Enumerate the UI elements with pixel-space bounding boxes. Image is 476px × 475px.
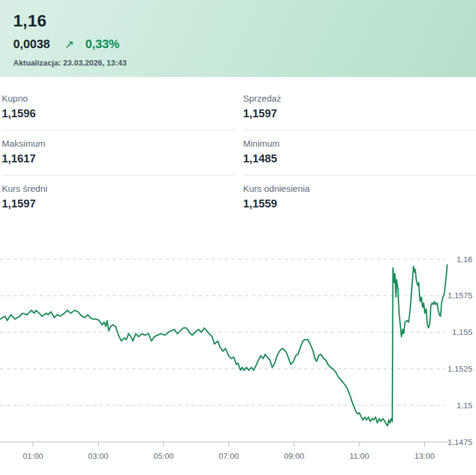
stat-cell-kupno: Kupno 1,1596 bbox=[2, 85, 235, 130]
last-update-text: Aktualizacja: 23.03.2026, 13:43 bbox=[13, 58, 463, 67]
y-axis-label: 1,16 bbox=[457, 255, 472, 264]
stat-cell-sprzedaz: Sprzedaż 1,1597 bbox=[243, 85, 476, 130]
rate-chart-plot[interactable]: 1,161,15751,1551,15251,151,147501:0003:0… bbox=[0, 249, 476, 474]
stat-label: Kurs średni bbox=[2, 183, 235, 194]
stat-label: Maksimum bbox=[2, 138, 235, 149]
x-axis-label: 07:00 bbox=[219, 452, 239, 461]
x-axis-label: 01:00 bbox=[23, 452, 43, 461]
stat-value: 1,1485 bbox=[243, 152, 476, 165]
stat-label: Sprzedaż bbox=[243, 93, 476, 104]
x-axis-label: 09:00 bbox=[284, 452, 304, 461]
stat-value: 1,1617 bbox=[2, 152, 235, 165]
current-rate: 1,16 bbox=[13, 11, 463, 30]
stat-value: 1,1596 bbox=[2, 107, 235, 120]
stat-cell-minimum: Minimum 1,1485 bbox=[243, 130, 476, 176]
y-axis-label: 1,15 bbox=[457, 401, 472, 410]
x-axis-label: 11:00 bbox=[350, 452, 370, 461]
x-axis-label: 05:00 bbox=[153, 452, 174, 461]
y-axis-label: 1,1575 bbox=[448, 291, 472, 300]
stat-cell-kurs-sredni: Kurs średni 1,1597 bbox=[2, 176, 235, 220]
stat-cell-maksimum: Maksimum 1,1617 bbox=[2, 130, 235, 176]
change-absolute: 0,0038 bbox=[13, 37, 50, 51]
rate-stats-grid: Kupno 1,1596 Sprzedaż 1,1597 Maksimum 1,… bbox=[0, 77, 476, 220]
y-axis-label: 1,1475 bbox=[448, 438, 472, 447]
stat-cell-kurs-odniesienia: Kurs odniesienia 1,1559 bbox=[243, 176, 476, 220]
change-percent: 0,33% bbox=[85, 37, 120, 51]
x-axis-label: 13:00 bbox=[415, 452, 435, 461]
stat-value: 1,1597 bbox=[2, 197, 235, 210]
y-axis-label: 1,1525 bbox=[448, 364, 472, 373]
stat-value: 1,1597 bbox=[243, 107, 476, 120]
stat-label: Kurs odniesienia bbox=[243, 183, 476, 194]
trend-up-icon: ↗ bbox=[64, 38, 74, 50]
stat-label: Kupno bbox=[2, 93, 235, 104]
stat-value: 1,1559 bbox=[243, 197, 476, 210]
rate-line bbox=[1, 265, 447, 426]
y-axis-label: 1,155 bbox=[452, 328, 472, 337]
stat-label: Minimum bbox=[243, 138, 476, 149]
rate-header: 1,16 0,0038 ↗ 0,33% Aktualizacja: 23.03.… bbox=[0, 0, 476, 77]
rate-chart[interactable]: 1,161,15751,1551,15251,151,147501:0003:0… bbox=[0, 249, 476, 474]
x-axis-label: 03:00 bbox=[88, 452, 109, 461]
change-row: 0,0038 ↗ 0,33% bbox=[13, 37, 463, 51]
